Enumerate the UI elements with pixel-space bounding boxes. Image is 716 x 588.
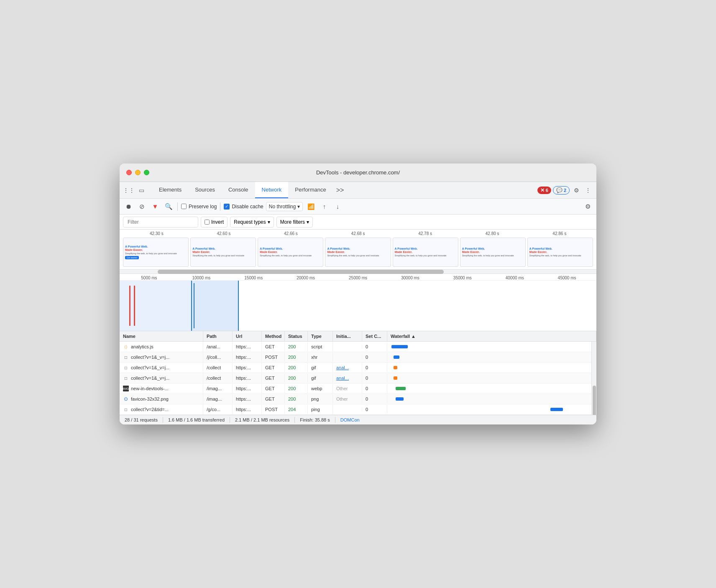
device-icon[interactable]: ▭ <box>136 185 146 195</box>
scrollbar-track[interactable] <box>120 270 596 274</box>
minimize-button[interactable] <box>135 170 141 175</box>
filmstrip-frame-5[interactable]: A Powerful Web. Made Easier. Simplifying… <box>460 238 526 267</box>
table-row[interactable]: □ collect?v=2&tid=... /g/co... https:...… <box>120 404 591 415</box>
timeline-chart[interactable] <box>120 281 596 331</box>
th-name[interactable]: Name <box>120 331 203 341</box>
finish-time: Finish: 35.88 s <box>300 417 330 422</box>
td-setc-4: 0 <box>362 384 387 393</box>
transferred-size: 1.6 MB / 1.6 MB transferred <box>168 417 225 422</box>
td-setc-5: 0 <box>362 394 387 404</box>
download-icon[interactable]: ↓ <box>332 201 343 212</box>
tick-6: 35000 ms <box>436 276 488 280</box>
table-row[interactable]: ⟨⟩ analytics.js /anal... https:... GET 2… <box>120 342 591 352</box>
td-setc-6: 0 <box>362 405 387 414</box>
more-filters-button[interactable]: More filters ▾ <box>276 217 313 228</box>
message-count: 2 <box>564 188 566 193</box>
td-method-1: POST <box>262 353 285 362</box>
table-row[interactable]: □ collect?v=1&_v=j... /j/coll... https:.… <box>120 352 591 363</box>
disable-cache-label[interactable]: ✓ Disable cache <box>224 204 263 210</box>
upload-icon[interactable]: ↑ <box>319 201 330 212</box>
throttling-select[interactable]: No throttling ▾ <box>266 202 303 211</box>
filmstrip-frame-0[interactable]: A Powerful Web. Made Easier. Simplifying… <box>123 238 189 267</box>
td-name-0: ⟨⟩ analytics.js <box>120 342 203 352</box>
filmstrip-frame-6[interactable]: A Powerful Web. Made Easier. Simplifying… <box>527 238 593 267</box>
tab-overflow[interactable]: >> <box>333 187 348 194</box>
filmstrip-frame-2[interactable]: A Powerful Web. Made Easier. Simplifying… <box>258 238 323 267</box>
wf-bar-2 <box>394 366 398 369</box>
chevron-down-icon: ▾ <box>268 219 270 225</box>
td-type-3: gif <box>308 373 333 383</box>
tab-sources[interactable]: Sources <box>188 182 222 198</box>
filmstrip-frame-1[interactable]: A Powerful Web. Made Easier. Simplifying… <box>190 238 256 267</box>
wf-bar-1 <box>394 355 400 359</box>
filter-icon[interactable]: ▼ <box>150 201 161 212</box>
td-status-3: 200 <box>285 373 308 383</box>
td-waterfall-3 <box>387 373 591 383</box>
td-waterfall-6 <box>387 404 591 414</box>
wifi-icon[interactable]: 📶 <box>305 201 316 212</box>
td-method-0: GET <box>262 342 285 351</box>
more-options-icon[interactable]: ⋮ <box>583 185 593 195</box>
th-type[interactable]: Type <box>308 331 333 341</box>
invert-checkbox[interactable] <box>205 220 210 225</box>
table-row[interactable]: ⊙ favicon-32x32.png /imag... https:... G… <box>120 394 591 404</box>
th-initiator[interactable]: Initia... <box>333 331 362 341</box>
th-path[interactable]: Path <box>203 331 233 341</box>
td-initia-2[interactable]: anal... <box>333 363 362 372</box>
tab-performance[interactable]: Performance <box>288 182 332 198</box>
status-bar: 28 / 31 requests 1.6 MB / 1.6 MB transfe… <box>120 415 596 424</box>
record-button[interactable]: ⏺ <box>123 201 134 212</box>
search-icon[interactable]: 🔍 <box>163 201 174 212</box>
network-settings-icon[interactable]: ⚙ <box>582 201 593 212</box>
td-url-1: https:... <box>233 353 262 362</box>
tab-console[interactable]: Console <box>222 182 255 198</box>
table-scroll-area[interactable]: ⟨⟩ analytics.js /anal... https:... GET 2… <box>120 342 596 415</box>
td-status-5: 200 <box>285 394 308 404</box>
preserve-log-label[interactable]: Preserve log <box>181 204 217 210</box>
filter-input[interactable] <box>123 217 198 228</box>
tab-elements[interactable]: Elements <box>152 182 188 198</box>
td-setc-0: 0 <box>362 342 387 351</box>
filmstrip-time-4: 42.78 s <box>391 231 459 236</box>
tab-icons: ⋮⋮ ▭ <box>121 185 149 195</box>
timeline-selected-region[interactable] <box>191 281 239 331</box>
timeline-selector-2 <box>194 283 194 328</box>
td-waterfall-0 <box>387 342 591 352</box>
filmstrip-frame-3[interactable]: A Powerful Web. Made Easier. Simplifying… <box>325 238 391 267</box>
table-row[interactable]: □ collect?v=1&_v=j... /collect https:...… <box>120 373 591 383</box>
th-waterfall[interactable]: Waterfall ▲ <box>387 331 596 341</box>
th-url[interactable]: Url <box>233 331 262 341</box>
scrollbar-thumb[interactable] <box>158 270 444 274</box>
invert-button[interactable]: Invert <box>201 217 228 228</box>
settings-icon[interactable]: ⚙ <box>571 185 581 195</box>
td-name-6: □ collect?v=2&tid=... <box>120 404 203 414</box>
td-initia-3[interactable]: anal... <box>333 373 362 383</box>
close-button[interactable] <box>126 170 132 175</box>
td-method-6: POST <box>262 405 285 414</box>
status-divider-3 <box>294 417 295 423</box>
cursor-icon[interactable]: ⋮⋮ <box>124 185 134 195</box>
domcon-link[interactable]: DOMCon <box>340 417 360 422</box>
message-badge: 💬 2 <box>553 186 570 194</box>
table-row[interactable]: □ collect?v=1&_v=j... /collect https:...… <box>120 363 591 373</box>
th-method[interactable]: Method <box>262 331 285 341</box>
right-scrollbar[interactable] <box>591 342 596 415</box>
filmstrip-frame-4[interactable]: A Powerful Web. Made Easier. Simplifying… <box>393 238 458 267</box>
td-type-2: gif <box>308 363 333 372</box>
traffic-lights <box>126 170 149 175</box>
scrollbar-thumb[interactable] <box>593 386 596 415</box>
request-types-button[interactable]: Request types ▾ <box>230 217 274 228</box>
td-type-5: png <box>308 394 333 404</box>
maximize-button[interactable] <box>144 170 149 175</box>
disable-cache-checkbox[interactable]: ✓ <box>224 204 230 210</box>
preserve-log-checkbox[interactable] <box>181 204 187 209</box>
th-setc[interactable]: Set C... <box>362 331 387 341</box>
clear-button[interactable]: ⊘ <box>136 201 147 212</box>
tab-network[interactable]: Network <box>255 182 289 198</box>
filter-bar: Invert Request types ▾ More filters ▾ <box>120 215 596 230</box>
table-row[interactable]: IMG new-in-devtools-... /imag... https:.… <box>120 383 591 394</box>
wf-bar-5 <box>396 397 404 401</box>
chrome-icon: ⊙ <box>123 396 129 402</box>
td-url-6: https:... <box>233 405 262 414</box>
th-status[interactable]: Status <box>285 331 308 341</box>
